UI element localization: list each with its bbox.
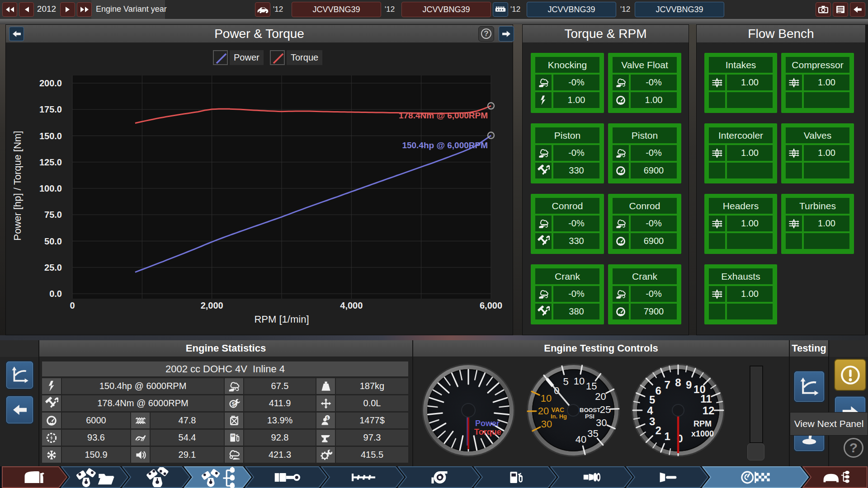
svg-text:0.0: 0.0: [49, 289, 62, 299]
svg-text:30: 30: [596, 417, 607, 428]
svg-text:$: $: [326, 416, 329, 420]
svg-text:8: 8: [675, 376, 681, 389]
svg-text:40: 40: [576, 434, 586, 445]
svg-text:RPM: RPM: [693, 419, 712, 428]
svg-text:4: 4: [647, 404, 653, 417]
svg-text:100.0: 100.0: [39, 183, 62, 193]
svg-text:150.0: 150.0: [39, 131, 62, 141]
svg-text:178.4Nm @ 6,000RPM: 178.4Nm @ 6,000RPM: [399, 111, 488, 120]
svg-text:175.0: 175.0: [39, 104, 62, 114]
svg-text:10: 10: [574, 375, 585, 387]
svg-text:Torque: Torque: [474, 427, 501, 436]
svg-text:75.0: 75.0: [44, 210, 62, 220]
svg-text:6: 6: [656, 385, 661, 397]
svg-text:25.0: 25.0: [44, 263, 62, 272]
svg-text:10: 10: [541, 393, 552, 404]
svg-text:0: 0: [70, 300, 75, 310]
svg-text:4,000: 4,000: [340, 300, 363, 310]
svg-text:BOOST: BOOST: [580, 407, 600, 413]
svg-text:20: 20: [595, 391, 606, 402]
svg-text:2,000: 2,000: [201, 300, 223, 310]
svg-text:125.0: 125.0: [39, 157, 62, 167]
svg-text:In. Hg: In. Hg: [551, 413, 567, 420]
svg-text:35: 35: [587, 428, 598, 439]
svg-text:RPM [1/min]: RPM [1/min]: [254, 314, 309, 325]
svg-text:Power [hp] / Torque [Nm]: Power [hp] / Torque [Nm]: [12, 131, 23, 241]
svg-text:15: 15: [586, 380, 597, 392]
svg-text:x1000: x1000: [691, 429, 714, 438]
svg-text:50.0: 50.0: [44, 236, 62, 246]
svg-text:150.4hp @ 6,000RPM: 150.4hp @ 6,000RPM: [402, 141, 488, 150]
svg-text:9: 9: [686, 379, 692, 391]
svg-text:5: 5: [649, 394, 655, 406]
svg-text:2: 2: [656, 424, 661, 436]
svg-text:5: 5: [563, 376, 568, 387]
svg-text:3: 3: [649, 415, 655, 427]
svg-text:20: 20: [538, 405, 549, 417]
svg-text:VAC: VAC: [551, 406, 564, 413]
svg-text:Power: Power: [475, 419, 500, 428]
svg-text:12: 12: [703, 404, 715, 417]
svg-text:30: 30: [541, 418, 552, 430]
svg-text:6,000: 6,000: [480, 300, 502, 310]
svg-text:25: 25: [600, 404, 611, 415]
svg-text:200.0: 200.0: [39, 78, 62, 88]
svg-text:7: 7: [665, 379, 670, 391]
svg-text:91: 91: [231, 434, 234, 437]
svg-text:1: 1: [665, 430, 670, 442]
svg-text:PSI: PSI: [585, 413, 594, 420]
svg-text:11: 11: [700, 393, 712, 405]
